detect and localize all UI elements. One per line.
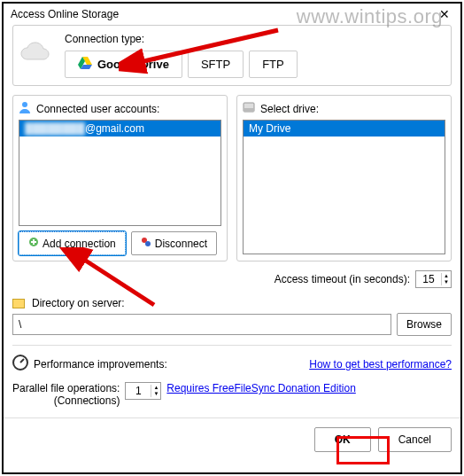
user-icon [19, 101, 31, 116]
spin-down-icon[interactable]: ▼ [151, 391, 160, 397]
parallel-label-1: Parallel file operations: [12, 382, 120, 394]
tab-sftp[interactable]: SFTP [188, 51, 244, 78]
parallel-spinner[interactable]: ▲▼ [125, 382, 161, 400]
timeout-spinner[interactable]: ▲▼ [415, 270, 452, 288]
google-drive-icon [78, 57, 92, 72]
gauge-icon [12, 355, 28, 373]
disconnect-button[interactable]: Disconnect [131, 231, 217, 255]
donation-link[interactable]: Requires FreeFileSync Donation Edition [166, 382, 355, 394]
close-icon[interactable]: ✕ [436, 7, 453, 21]
tab-ftp[interactable]: FTP [249, 51, 298, 78]
svg-point-3 [22, 102, 27, 107]
cancel-button[interactable]: Cancel [378, 427, 452, 452]
spin-up-icon[interactable]: ▲ [151, 385, 160, 391]
drive-item[interactable]: My Drive [244, 121, 445, 137]
performance-label: Performance improvements: [34, 358, 167, 371]
tab-google-drive[interactable]: Google Drive [65, 51, 182, 78]
accounts-label: Connected user accounts: [36, 103, 159, 115]
accounts-list[interactable]: ████████@gmail.com [19, 120, 221, 226]
timeout-label: Access timeout (in seconds): [275, 273, 410, 285]
spin-up-icon[interactable]: ▲ [442, 273, 451, 279]
parallel-label-2: (Connections) [12, 394, 120, 407]
svg-rect-8 [244, 108, 254, 112]
browse-button[interactable]: Browse [397, 313, 452, 336]
tab-label: Google Drive [97, 58, 169, 71]
window-title: Access Online Storage [11, 8, 436, 20]
cloud-icon [20, 42, 50, 66]
timeout-input[interactable] [416, 271, 441, 287]
account-item[interactable]: ████████@gmail.com [19, 121, 220, 137]
select-drive-label: Select drive: [260, 103, 319, 115]
svg-point-6 [145, 241, 151, 246]
ok-button[interactable]: OK [314, 427, 371, 452]
performance-link[interactable]: How to get best performance? [309, 358, 452, 371]
drive-list[interactable]: My Drive [243, 120, 445, 254]
folder-icon [12, 299, 25, 308]
connection-type-label: Connection type: [65, 33, 444, 45]
drive-icon [243, 101, 255, 116]
directory-label: Directory on server: [32, 297, 125, 309]
add-connection-button[interactable]: Add connection [19, 231, 126, 255]
parallel-input[interactable] [126, 383, 151, 399]
plus-icon [28, 237, 39, 250]
disconnect-icon [141, 237, 151, 250]
directory-input[interactable] [12, 314, 391, 335]
account-blurred: ████████ [25, 122, 85, 135]
spin-down-icon[interactable]: ▼ [442, 279, 451, 285]
